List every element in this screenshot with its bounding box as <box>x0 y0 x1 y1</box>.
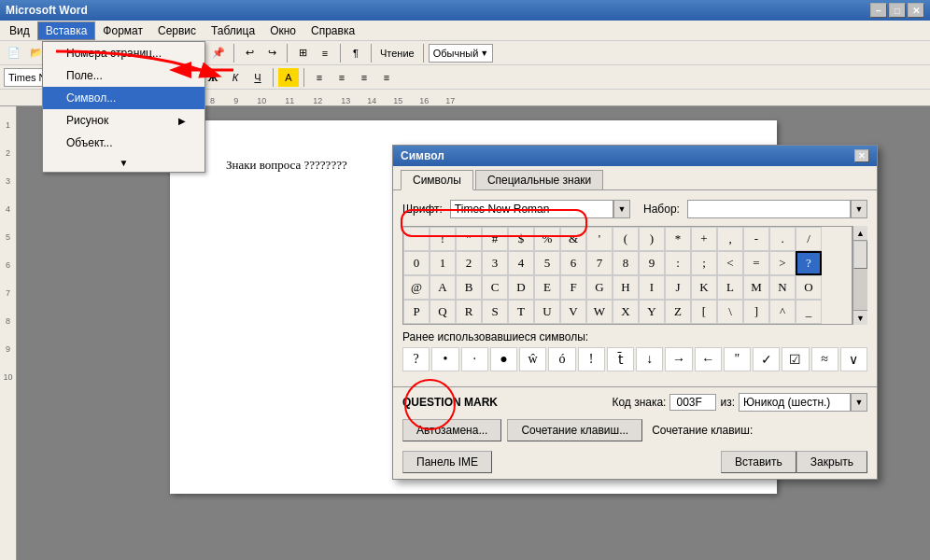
menu-spravka[interactable]: Справка <box>303 22 362 39</box>
redo-btn[interactable]: ↪ <box>261 44 282 63</box>
bold-btn[interactable]: Ж <box>203 68 223 87</box>
sym-K[interactable]: K <box>691 275 717 300</box>
recent-char-o[interactable]: ó <box>548 347 575 371</box>
sym-lt[interactable]: < <box>717 251 743 275</box>
dialog-close-btn[interactable]: ✕ <box>854 149 869 162</box>
sym-5[interactable]: 5 <box>534 251 560 275</box>
menu-more-arrow[interactable]: ▼ <box>43 154 204 172</box>
recent-char-approx[interactable]: ≈ <box>811 347 838 371</box>
sym-V[interactable]: V <box>560 300 586 324</box>
sym-D[interactable]: D <box>508 275 534 300</box>
sym-W[interactable]: W <box>586 300 613 324</box>
scroll-track[interactable] <box>853 241 867 310</box>
sym-U[interactable]: U <box>534 300 560 324</box>
sym-O[interactable]: O <box>796 275 822 300</box>
recent-char-wedge[interactable]: ∨ <box>840 347 867 371</box>
sym-1[interactable]: 1 <box>430 251 456 275</box>
sym-Y[interactable]: Y <box>639 300 665 324</box>
sym-P[interactable]: P <box>403 300 430 324</box>
sym-apos[interactable]: ' <box>586 227 613 251</box>
recent-char-circle[interactable]: ● <box>490 347 517 371</box>
sym-dollar[interactable]: $ <box>508 227 534 251</box>
recent-char-check[interactable]: ✓ <box>753 347 780 371</box>
sym-S[interactable]: S <box>482 300 508 324</box>
sym-percent[interactable]: % <box>534 227 560 251</box>
sym-7[interactable]: 7 <box>586 251 613 275</box>
sym-at[interactable]: @ <box>403 275 430 300</box>
recent-char-larrow[interactable]: ← <box>695 347 722 371</box>
scroll-thumb[interactable] <box>853 241 867 269</box>
recent-char-bullet[interactable]: • <box>431 347 458 371</box>
sym-quote[interactable]: " <box>456 227 482 251</box>
menu-item-symbol[interactable]: Символ... <box>43 87 204 109</box>
key-combo-btn[interactable]: Сочетание клавиш... <box>507 419 642 441</box>
scroll-up-btn[interactable]: ▲ <box>853 226 867 241</box>
sym-comma[interactable]: , <box>717 227 743 251</box>
sym-caret[interactable]: ^ <box>769 300 796 324</box>
font-input[interactable]: Times New Roman <box>450 200 613 218</box>
auto-replace-btn[interactable]: Автозамена... <box>402 419 501 441</box>
sym-bslash[interactable]: \ <box>717 300 743 324</box>
sym-3[interactable]: 3 <box>482 251 508 275</box>
sym-N[interactable]: N <box>769 275 796 300</box>
font-dropdown-btn[interactable]: ▼ <box>613 200 630 218</box>
close-dialog-btn[interactable]: Закрыть <box>796 451 867 473</box>
maximize-button[interactable]: □ <box>889 3 906 18</box>
minimize-button[interactable]: − <box>870 3 887 18</box>
sym-G[interactable]: G <box>586 275 613 300</box>
sym-Q[interactable]: Q <box>430 300 456 324</box>
underline-btn[interactable]: Ч <box>247 68 268 87</box>
scroll-down-btn[interactable]: ▼ <box>853 310 867 325</box>
sym-4[interactable]: 4 <box>508 251 534 275</box>
sym-E[interactable]: E <box>534 275 560 300</box>
columns-btn[interactable]: ≡ <box>315 44 335 63</box>
menu-okno[interactable]: Окно <box>262 22 303 39</box>
sym-minus[interactable]: - <box>743 227 769 251</box>
menu-vid[interactable]: Вид <box>2 22 37 39</box>
from-value[interactable]: Юникод (шестн.) <box>739 393 851 412</box>
reading-btn[interactable]: Чтение <box>376 48 418 59</box>
recent-char-w[interactable]: ŵ <box>519 347 546 371</box>
recent-char-checkbox[interactable]: ☑ <box>782 347 809 371</box>
align-center-btn[interactable]: ≡ <box>331 68 352 87</box>
menu-item-object[interactable]: Объект... <box>43 132 204 154</box>
sym-semi[interactable]: ; <box>691 251 717 275</box>
sym-I[interactable]: I <box>639 275 665 300</box>
align-justify-btn[interactable]: ≡ <box>376 68 397 87</box>
sym-empty[interactable] <box>403 227 430 251</box>
style-dropdown[interactable]: Обычный ▼ <box>429 44 494 63</box>
sym-H[interactable]: H <box>613 275 639 300</box>
sym-gt[interactable]: > <box>769 251 796 275</box>
sym-hash[interactable]: # <box>482 227 508 251</box>
sym-lparen[interactable]: ( <box>613 227 639 251</box>
set-input[interactable] <box>687 200 851 218</box>
sym-0[interactable]: 0 <box>403 251 430 275</box>
show-para-btn[interactable]: ¶ <box>345 44 366 63</box>
set-dropdown-btn[interactable]: ▼ <box>851 200 867 218</box>
from-dropdown-btn[interactable]: ▼ <box>851 393 867 412</box>
sym-F[interactable]: F <box>560 275 586 300</box>
sym-B[interactable]: B <box>456 275 482 300</box>
recent-char-question[interactable]: ? <box>402 347 430 371</box>
sym-X[interactable]: X <box>613 300 639 324</box>
sym-2[interactable]: 2 <box>456 251 482 275</box>
italic-btn[interactable]: К <box>225 68 246 87</box>
tab-special[interactable]: Специальные знаки <box>475 170 603 189</box>
recent-char-excl[interactable]: ! <box>578 347 605 371</box>
sym-6[interactable]: 6 <box>560 251 586 275</box>
menu-vstavka[interactable]: Вставка <box>37 21 96 40</box>
recent-char-dquote[interactable]: " <box>724 347 751 371</box>
recent-char-darrow[interactable]: ↓ <box>636 347 663 371</box>
sym-rbrace[interactable]: ] <box>743 300 769 324</box>
sym-excl[interactable]: ! <box>430 227 456 251</box>
sym-star[interactable]: * <box>665 227 691 251</box>
align-right-btn[interactable]: ≡ <box>354 68 374 87</box>
sym-eq[interactable]: = <box>743 251 769 275</box>
recent-char-t[interactable]: t̄ <box>607 347 634 371</box>
close-button[interactable]: ✕ <box>908 3 924 18</box>
sym-9[interactable]: 9 <box>639 251 665 275</box>
code-value[interactable]: 003F <box>669 394 716 411</box>
align-left-btn[interactable]: ≡ <box>309 68 330 87</box>
panel-ime-btn[interactable]: Панель IME <box>402 451 492 473</box>
sym-rparen[interactable]: ) <box>639 227 665 251</box>
